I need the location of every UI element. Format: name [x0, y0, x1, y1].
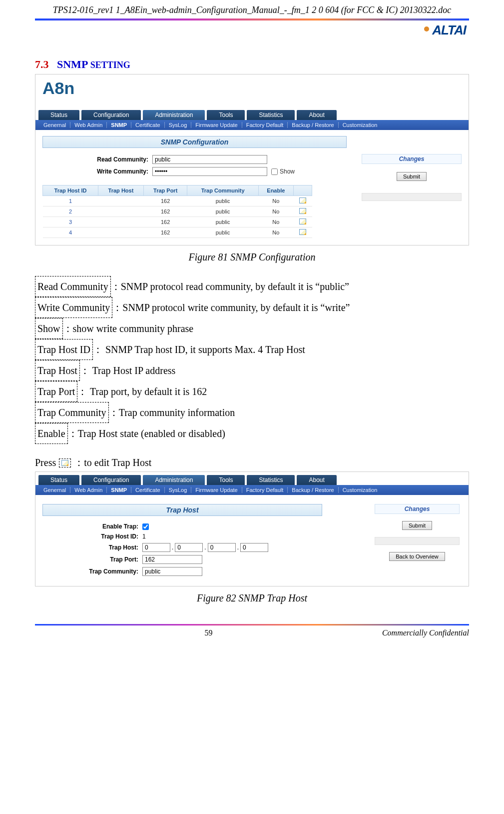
edit-icon[interactable]	[299, 208, 306, 214]
brand-logo-text: ALTAI	[432, 22, 466, 38]
figure-81-screenshot: A8n Status Configuration Administration …	[35, 74, 469, 246]
trap-host-ip-4[interactable]	[240, 543, 268, 552]
tab-about[interactable]: About	[297, 110, 336, 120]
subnav-factory-default[interactable]: Factory Default	[242, 487, 288, 493]
subnav-backup-restore[interactable]: Backup / Restore	[288, 122, 338, 128]
page-footer: 59 Commercially Confidential	[35, 628, 469, 638]
cell-community: public	[187, 217, 258, 228]
tab-status[interactable]: Status	[38, 110, 79, 120]
subnav-syslog[interactable]: SysLog	[165, 122, 192, 128]
subnav-web-admin[interactable]: Web Admin	[70, 122, 107, 128]
trap-host-id-label: Trap Host ID:	[42, 533, 142, 540]
sub-navigation: Genernal Web Admin SNMP Certificate SysL…	[35, 120, 469, 130]
col-trap-port: Trap Port	[143, 186, 187, 196]
write-community-input[interactable]	[152, 167, 267, 176]
term-read-community: Read Community	[35, 276, 111, 297]
term-trap-port: Trap Port	[35, 381, 77, 402]
brand-logo: ALTAI	[424, 22, 469, 38]
section-title-rest: SETTING	[88, 60, 130, 70]
read-community-label: Read Community:	[42, 156, 152, 163]
subnav-snmp[interactable]: SNMP	[107, 487, 131, 493]
trap-host-ip-1[interactable]	[142, 543, 170, 552]
trap-host-label: Trap Host:	[42, 544, 142, 551]
cell-community: public	[187, 196, 258, 206]
cell-host	[98, 196, 144, 206]
desc-write-community: ：SNMP protocol write community, by defau…	[112, 302, 350, 313]
cell-id: 1	[43, 196, 98, 206]
panel-title-trap-host: Trap Host	[42, 504, 322, 516]
sub-navigation-2: Genernal Web Admin SNMP Certificate SysL…	[35, 485, 469, 495]
desc-show: ：show write community phrase	[63, 323, 194, 334]
edit-icon[interactable]	[299, 198, 306, 204]
show-checkbox[interactable]	[271, 168, 278, 175]
trap-host-id-value: 1	[142, 533, 146, 540]
panel-title-snmp-configuration: SNMP Configuration	[42, 136, 347, 148]
col-enable: Enable	[258, 186, 293, 196]
edit-icon[interactable]	[299, 218, 306, 224]
table-row: 3 162 public No	[43, 217, 312, 228]
cell-enable: No	[258, 206, 293, 217]
trap-host-ip-3[interactable]	[208, 543, 236, 552]
back-to-overview-button[interactable]: Back to Overview	[389, 552, 445, 561]
subnav-syslog[interactable]: SysLog	[165, 487, 192, 493]
tab-administration[interactable]: Administration	[143, 110, 205, 120]
subnav-customization[interactable]: Customization	[339, 122, 382, 128]
section-heading: 7.3 SNMP SETTING	[35, 58, 469, 71]
trap-host-table: Trap Host ID Trap Host Trap Port Trap Co…	[42, 185, 312, 238]
subnav-web-admin[interactable]: Web Admin	[70, 487, 107, 493]
tab-administration[interactable]: Administration	[143, 475, 205, 485]
subnav-firmware-update[interactable]: Firmware Update	[191, 122, 242, 128]
edit-icon[interactable]	[299, 229, 306, 235]
subnav-firmware-update[interactable]: Firmware Update	[191, 487, 242, 493]
primary-tabs-2: Status Configuration Administration Tool…	[35, 472, 469, 485]
term-enable: Enable	[35, 423, 68, 444]
enable-trap-label: Enable Trap:	[42, 523, 142, 530]
desc-trap-host: ： Trap Host IP address	[80, 365, 176, 376]
term-trap-host-id: Trap Host ID	[35, 339, 93, 360]
desc-trap-host-id: ： SNMP Trap host ID, it supports Max. 4 …	[93, 344, 305, 355]
tab-tools[interactable]: Tools	[207, 110, 245, 120]
submit-button-2[interactable]: Submit	[402, 521, 432, 530]
subnav-backup-restore[interactable]: Backup / Restore	[288, 487, 338, 493]
trap-community-input[interactable]	[142, 567, 202, 576]
tab-tools[interactable]: Tools	[207, 475, 245, 485]
trap-port-label: Trap Port:	[42, 556, 142, 563]
desc-trap-port: ： Trap port, by default it is 162	[77, 386, 207, 397]
trap-host-ip-2[interactable]	[175, 543, 203, 552]
term-trap-host: Trap Host	[35, 360, 80, 381]
tab-about[interactable]: About	[297, 475, 336, 485]
doc-header-title: TPS12-016_rev1 1_A8Ein_web-admin_Configu…	[35, 5, 469, 16]
subnav-general[interactable]: Genernal	[39, 122, 70, 128]
figure-81-caption: Figure 81 SNMP Configuration	[35, 252, 469, 263]
desc-trap-community: ：Trap community information	[109, 407, 235, 418]
cell-id: 3	[43, 217, 98, 228]
enable-trap-checkbox[interactable]	[142, 524, 149, 530]
tab-statistics[interactable]: Statistics	[247, 110, 295, 120]
cell-community: public	[187, 228, 258, 238]
tab-configuration[interactable]: Configuration	[81, 475, 141, 485]
changes-label: Changes	[362, 154, 462, 164]
right-panel-2: Changes Submit Back to Overview	[375, 504, 460, 561]
tab-status[interactable]: Status	[38, 475, 79, 485]
header-rule	[35, 18, 469, 20]
footer-rule	[35, 624, 469, 626]
subnav-snmp[interactable]: SNMP	[107, 122, 131, 128]
submit-button[interactable]: Submit	[397, 172, 427, 181]
cell-host	[98, 217, 144, 228]
trap-community-label: Trap Community:	[42, 568, 142, 575]
read-community-input[interactable]	[152, 155, 267, 164]
tab-configuration[interactable]: Configuration	[81, 110, 141, 120]
trap-port-input[interactable]	[142, 555, 202, 564]
col-trap-community: Trap Community	[187, 186, 258, 196]
subnav-certificate[interactable]: Certificate	[131, 122, 165, 128]
subnav-factory-default[interactable]: Factory Default	[242, 122, 288, 128]
figure-82-caption: Figure 82 SNMP Trap Host	[35, 592, 469, 604]
subnav-certificate[interactable]: Certificate	[131, 487, 165, 493]
grey-bar	[362, 193, 462, 201]
tab-statistics[interactable]: Statistics	[247, 475, 295, 485]
desc-read-community: ：SNMP protocol read community, by defaul…	[111, 281, 349, 292]
col-actions	[293, 186, 312, 196]
table-row: 1 162 public No	[43, 196, 312, 206]
subnav-customization[interactable]: Customization	[339, 487, 382, 493]
subnav-general[interactable]: Genernal	[39, 487, 70, 493]
